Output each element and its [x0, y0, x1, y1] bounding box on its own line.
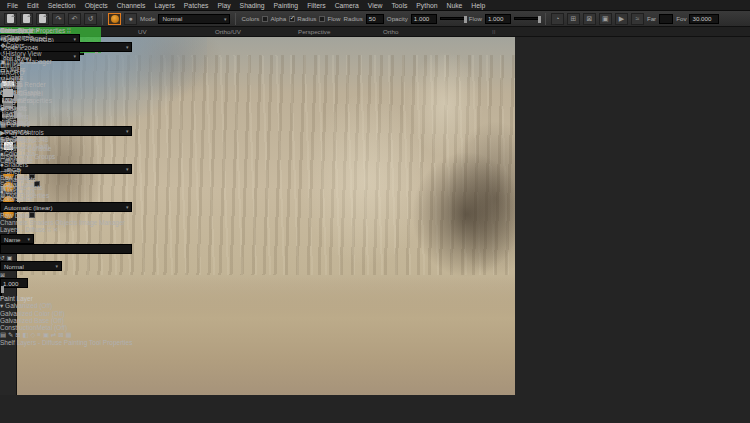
mirror-button[interactable]: ⊞: [567, 13, 580, 25]
palette-tab-channels[interactable]: ▤Channels: [0, 34, 55, 42]
palette-tab-snapshots[interactable]: ▱Snapshots: [0, 176, 55, 184]
add-paint-layer-button[interactable]: ✎: [8, 331, 13, 338]
menu-objects[interactable]: Objects: [85, 2, 108, 9]
palette-tab-colors[interactable]: ❖Colors: [0, 42, 55, 50]
menu-selection[interactable]: Selection: [48, 2, 76, 9]
slider-handle[interactable]: [538, 16, 541, 23]
flow-field[interactable]: 1.000: [485, 14, 511, 24]
mask-raw-data-checkbox[interactable]: [29, 212, 35, 218]
tab-ortho[interactable]: Ortho: [383, 28, 398, 35]
tab-ortho-uv[interactable]: Ortho/UV: [215, 28, 241, 35]
layers-search-input[interactable]: [0, 244, 132, 254]
sync-button[interactable]: ↺: [84, 13, 97, 25]
merge-button[interactable]: ≡: [37, 331, 41, 338]
tab-perspective[interactable]: Perspective: [298, 28, 330, 35]
palette-tab-node-properties[interactable]: ◈Node Properties: [0, 97, 55, 105]
node-properties-titlebar[interactable]: ⁞⁞ ⊞ ✕ Node Properties ⁞⁞: [0, 27, 71, 34]
palette-tab-painting[interactable]: ✎Painting: [0, 113, 55, 121]
duplicate-button[interactable]: ▣: [43, 331, 49, 338]
tab-objects[interactable]: Objects: [55, 219, 77, 226]
slider-handle[interactable]: [464, 16, 467, 23]
close-icon[interactable]: ✕: [12, 28, 17, 34]
paint-tool-button[interactable]: [108, 13, 121, 25]
tab-shaders[interactable]: Shaders: [29, 219, 53, 226]
slider-handle[interactable]: [1, 286, 4, 293]
splitter-grip-icon[interactable]: ⁞⁞: [492, 28, 495, 35]
menu-layers[interactable]: Layers: [154, 2, 174, 9]
palette-tab-play-controls[interactable]: ▶Play Controls: [0, 129, 55, 137]
layer-group-row[interactable]: ▾ Galvanized (Off): [0, 302, 132, 310]
tab-tool-properties[interactable]: Tool Properties: [89, 339, 132, 346]
palette-tab-modo-render[interactable]: ◧Modo Render: [0, 81, 55, 89]
tab-shelf[interactable]: Shelf: [0, 339, 15, 346]
palette-tab-patches[interactable]: ▦Patches: [0, 121, 55, 129]
tab-painting[interactable]: Painting: [64, 339, 88, 346]
open-project-button[interactable]: [20, 13, 33, 25]
palette-tab-layers[interactable]: ☰Layers: [0, 66, 55, 74]
menu-camera[interactable]: Camera: [335, 2, 359, 9]
menu-channels[interactable]: Channels: [117, 2, 146, 9]
mask-button[interactable]: ⊠: [583, 13, 596, 25]
projection-button[interactable]: ◔: [551, 13, 564, 25]
palette-grip-icon[interactable]: ⁞⁞: [0, 27, 4, 34]
palette-tab-image-manager[interactable]: ▣Image Manager: [0, 58, 55, 66]
add-group-button[interactable]: ⊞: [15, 331, 20, 338]
flow-slider[interactable]: [514, 17, 540, 20]
wave-button[interactable]: ≈: [631, 13, 644, 25]
import-button[interactable]: ↷: [52, 13, 65, 25]
mode-dropdown[interactable]: Normal: [158, 14, 230, 24]
menu-help[interactable]: Help: [471, 2, 485, 9]
layer-opacity-slider[interactable]: [0, 287, 2, 296]
add-mask-button[interactable]: ◇: [30, 331, 35, 338]
add-adjustment-button[interactable]: ◧: [23, 331, 29, 338]
menu-tools[interactable]: Tools: [391, 2, 407, 9]
layer-row[interactable]: Galvanized Base (Off): [0, 317, 132, 324]
blend-mode-dropdown[interactable]: Normal: [0, 261, 62, 271]
gain-slider[interactable]: [0, 95, 2, 104]
filter-type-dropdown[interactable]: Name: [0, 234, 34, 244]
menu-patches[interactable]: Patches: [184, 2, 209, 9]
remove-layer-button[interactable]: ⊠: [58, 331, 63, 338]
layer-opacity-field[interactable]: 1.000: [0, 278, 28, 288]
flow-checkbox[interactable]: Flow: [319, 15, 340, 22]
new-project-button[interactable]: [4, 13, 17, 25]
gamma-slider[interactable]: [0, 112, 2, 121]
palette-tab-shaders[interactable]: ●Shaders: [0, 161, 55, 168]
tab-uv[interactable]: UV: [138, 28, 147, 35]
tab-channels[interactable]: Channels: [0, 219, 27, 226]
far-field[interactable]: [659, 14, 673, 24]
twisty-icon[interactable]: ▾: [0, 302, 3, 309]
layer-grid-button[interactable]: ▦: [65, 331, 71, 338]
add-layer-button[interactable]: ▤: [0, 331, 6, 338]
palette-tab-python-console[interactable]: ≻Python Console: [0, 145, 55, 153]
opacity-field[interactable]: 1.000: [411, 14, 437, 24]
transfer-button[interactable]: ⇄: [51, 331, 56, 338]
dock-icon[interactable]: ⊞: [5, 28, 10, 34]
palette-grip-icon[interactable]: ⁞⁞: [67, 27, 71, 34]
save-project-button[interactable]: [36, 13, 49, 25]
export-button[interactable]: ↶: [68, 13, 81, 25]
palette-tab-shelf[interactable]: ▭Shelf: [0, 168, 55, 176]
trash-icon[interactable]: ▣: [7, 255, 13, 261]
alpha-checkbox[interactable]: Alpha: [262, 15, 286, 22]
layer-row[interactable]: ConstructionMetal (Off): [0, 324, 132, 331]
fov-field[interactable]: 30.000: [689, 14, 719, 24]
radius-field[interactable]: 50: [366, 14, 384, 24]
palette-tab-projectors[interactable]: ⊞Projectors: [0, 137, 55, 145]
eraser-tool-button[interactable]: ●: [124, 13, 137, 25]
menu-play[interactable]: Play: [217, 2, 230, 9]
palette-tab-history-view[interactable]: ↺History View: [0, 50, 55, 58]
palette-tab-lights[interactable]: ☼Lights: [0, 74, 55, 81]
menu-painting[interactable]: Painting: [274, 2, 299, 9]
lock-icon[interactable]: ⊠: [0, 272, 5, 278]
tab-layers-diffuse[interactable]: Layers - Diffuse: [17, 339, 62, 346]
menu-nuke[interactable]: Nuke: [446, 2, 462, 9]
palette-tab-selection-groups[interactable]: ⊡Selection Groups: [0, 153, 55, 161]
layers-palette-titlebar[interactable]: Layers - Diffuse ⁞⁞ ✕: [0, 226, 132, 234]
slider-handle[interactable]: [14, 111, 17, 118]
menu-view[interactable]: View: [368, 2, 383, 9]
palette-tab-tool-properties[interactable]: ⚙Tool Properties: [0, 192, 55, 200]
mask-colorspace-dropdown[interactable]: Automatic (linear): [0, 202, 132, 212]
palette-tab-objects[interactable]: ◆Objects: [0, 105, 55, 113]
radius-checkbox[interactable]: Radius: [289, 15, 316, 22]
